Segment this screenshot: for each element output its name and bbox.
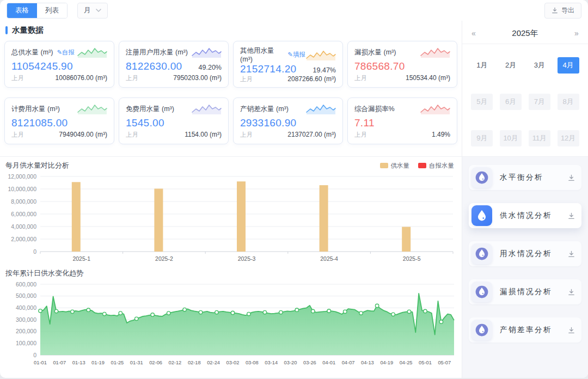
bar-chart-head: 每月供水量对比分析 供水量自报水量 [0, 157, 462, 171]
svg-text:03-14: 03-14 [265, 360, 278, 365]
analysis-item[interactable]: 漏损情况分析 [469, 279, 581, 304]
stat-card: 综合漏损率%7.11上月1.49% [347, 97, 457, 144]
stat-card-title: 免费用水量 (m³) [126, 105, 174, 114]
analysis-item-label: 供水情况分析 [500, 211, 552, 221]
prev-month-label: 上月 [240, 75, 253, 83]
stat-card-value: 11054245.90 [11, 60, 73, 72]
month-cell[interactable]: 3月 [529, 57, 550, 74]
prev-month-value: 10086076.00 (m³) [56, 74, 107, 82]
next-year-icon[interactable]: » [571, 29, 583, 38]
download-icon[interactable] [568, 212, 575, 219]
stat-card-header: 产销差水量 (m³) [240, 103, 336, 115]
analysis-item-label: 水平衡分析 [500, 173, 543, 182]
stat-card-header: 计费用水量 (m³) [11, 103, 107, 115]
stat-cards: 总供水量 (m³)✎自报11054245.90上月10086076.00 (m³… [0, 41, 462, 144]
year-month-picker: « 2025年 » 1月2月3月4月5月6月7月8月9月10月11月12月 [462, 21, 588, 157]
svg-text:03-20: 03-20 [284, 360, 297, 365]
stat-card-value: 8121085.00 [11, 117, 68, 129]
svg-text:04-07: 04-07 [342, 360, 355, 365]
stat-card-footer: 上月2087266.60 (m³) [240, 75, 336, 83]
export-button-label: 导出 [561, 6, 574, 15]
period-select[interactable]: 月 [77, 3, 108, 19]
tab-table[interactable]: 表格 [7, 3, 37, 18]
svg-text:2025-2: 2025-2 [155, 255, 173, 262]
month-cell: 6月 [500, 94, 522, 110]
stat-card: 注册用户用水量 (m³)8122630.0049.20%上月7950203.00… [119, 41, 229, 88]
prev-month-value: 7950203.00 (m³) [173, 74, 222, 82]
monthly-supply-bar-chart: 02,000,0004,000,0006,000,0008,000,00010,… [2, 171, 458, 265]
month-cell: 11月 [529, 130, 550, 146]
analysis-item[interactable]: 水平衡分析 [469, 165, 581, 190]
svg-text:400,000: 400,000 [16, 304, 36, 311]
stat-card: 计费用水量 (m³)8121085.00上月7949049.00 (m³) [4, 97, 114, 144]
analysis-item[interactable]: 用水情况分析 [469, 241, 581, 266]
stat-card-value-row: 2152714.2019.47% [240, 63, 336, 75]
prev-month-label: 上月 [11, 131, 24, 139]
month-cell[interactable]: 2月 [500, 57, 522, 74]
svg-text:0: 0 [33, 352, 36, 358]
analysis-item-label: 产销差率分析 [500, 325, 552, 335]
stat-card-header: 漏损水量 (m³) [354, 46, 450, 58]
stat-card-title: 注册用户用水量 (m³) [126, 48, 188, 57]
main-panel: 水量数据 总供水量 (m³)✎自报11054245.90上月10086076.0… [0, 21, 462, 378]
svg-text:2025-4: 2025-4 [320, 255, 338, 262]
stat-card-header: 其他用水量 (m³)✎填报 [240, 46, 336, 63]
month-cell[interactable]: 1月 [471, 57, 493, 74]
download-icon [552, 7, 558, 14]
area-chart-title: 按年累计日供水变化趋势 [5, 268, 83, 278]
svg-text:05-07: 05-07 [438, 360, 451, 365]
svg-text:02-12: 02-12 [169, 360, 182, 365]
stat-card-footer: 上月7949049.00 (m³) [11, 131, 107, 139]
svg-text:03-08: 03-08 [246, 360, 259, 365]
prev-month-value: 1154.00 (m³) [185, 131, 222, 138]
stat-card-header: 总供水量 (m³)✎自报 [11, 46, 107, 58]
legend-label: 自报水量 [429, 162, 454, 170]
period-select-value: 月 [84, 6, 91, 15]
view-tab-group: 表格 列表 [7, 3, 68, 19]
legend-swatch [380, 163, 388, 168]
stat-card-value-row: 11054245.90 [11, 60, 107, 72]
stat-card-title: 计费用水量 (m³) [11, 105, 60, 114]
stat-card-footer: 上月1154.00 (m³) [126, 131, 222, 139]
month-cell[interactable]: 4月 [558, 57, 579, 74]
stat-card-footer: 上月150534.40 (m³) [354, 74, 450, 82]
calendar-header: « 2025年 » [468, 24, 583, 42]
stat-card-value: 8122630.00 [126, 60, 182, 72]
stat-card-title: 综合漏损率% [354, 105, 395, 114]
analysis-item[interactable]: 供水情况分析 [469, 203, 581, 228]
stat-card: 漏损水量 (m³)786568.70上月150534.40 (m³) [347, 41, 457, 88]
download-icon[interactable] [568, 250, 575, 258]
legend-item[interactable]: 供水量 [380, 162, 410, 170]
month-cell: 7月 [529, 94, 550, 110]
svg-text:02-06: 02-06 [149, 360, 162, 365]
svg-text:04-13: 04-13 [361, 360, 374, 365]
prev-month-value: 150534.40 (m³) [406, 74, 450, 82]
export-button[interactable]: 导出 [544, 3, 581, 19]
month-cell: 12月 [558, 130, 579, 146]
sparkline-icon [77, 103, 107, 115]
stat-card: 总供水量 (m³)✎自报11054245.90上月10086076.00 (m³… [4, 41, 114, 88]
download-icon[interactable] [568, 289, 575, 296]
water-drop-icon [471, 205, 492, 226]
svg-text:12,000,000: 12,000,000 [8, 173, 36, 180]
download-icon[interactable] [568, 174, 575, 181]
svg-text:03-02: 03-02 [226, 360, 240, 365]
svg-text:6,000,000: 6,000,000 [11, 211, 36, 217]
svg-text:01-31: 01-31 [130, 360, 143, 365]
prev-month-label: 上月 [126, 74, 138, 82]
tab-list[interactable]: 列表 [37, 3, 67, 18]
stat-card-footer: 上月10086076.00 (m³) [11, 74, 107, 82]
svg-text:300,000: 300,000 [16, 316, 36, 323]
legend-item[interactable]: 自报水量 [418, 162, 454, 170]
svg-text:05-01: 05-01 [419, 360, 432, 365]
prev-month-value: 2087266.60 (m³) [287, 75, 336, 83]
topbar: 表格 列表 月 导出 [0, 0, 588, 21]
water-drop-icon [471, 282, 492, 302]
download-icon[interactable] [568, 327, 575, 334]
sparkline-icon [191, 103, 222, 115]
stat-card-value: 1545.00 [126, 117, 164, 129]
prev-year-icon[interactable]: « [468, 29, 480, 38]
area-chart-head: 按年累计日供水变化趋势 [0, 265, 462, 279]
analysis-item[interactable]: 产销差率分析 [469, 317, 581, 343]
month-cell: 10月 [500, 130, 522, 146]
